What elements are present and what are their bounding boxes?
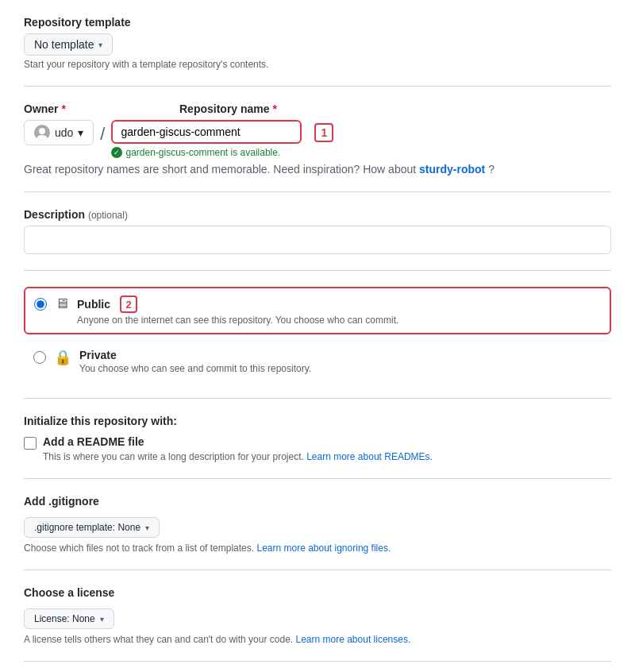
gitignore-label: Add .gitignore — [24, 495, 611, 508]
private-desc: You choose who can see and commit to thi… — [79, 363, 311, 374]
license-label: Choose a license — [24, 586, 611, 599]
license-section: Choose a license License: None ▾ A licen… — [24, 586, 611, 645]
divider-3 — [24, 270, 611, 271]
gitignore-section: Add .gitignore .gitignore template: None… — [24, 495, 611, 554]
check-circle-icon: ✓ — [111, 147, 122, 158]
readme-desc: This is where you can write a long descr… — [43, 451, 433, 462]
divider-7 — [24, 661, 611, 662]
private-option[interactable]: 🔒 Private You choose who can see and com… — [24, 341, 611, 382]
owner-col-label: Owner * — [24, 102, 66, 115]
readme-checkbox[interactable] — [24, 437, 37, 450]
public-desc: Anyone on the internet can see this repo… — [77, 315, 398, 326]
repo-name-input[interactable] — [111, 120, 302, 144]
availability-message: ✓ garden-giscus-comment is available. — [111, 147, 302, 158]
public-radio[interactable] — [34, 298, 47, 311]
repository-template-label: Repository template — [24, 16, 611, 29]
private-radio[interactable] — [33, 351, 46, 364]
divider-4 — [24, 398, 611, 399]
public-label: Public — [77, 298, 110, 311]
divider-5 — [24, 478, 611, 479]
owner-chevron-icon: ▾ — [78, 126, 83, 139]
svg-point-1 — [39, 128, 45, 134]
lock-icon: 🔒 — [54, 349, 71, 366]
inspiration-text: Great repository names are short and mem… — [24, 163, 611, 176]
template-dropdown[interactable]: No template ▾ — [24, 33, 113, 56]
license-dropdown-label: License: None — [34, 613, 95, 624]
owner-username: udo — [55, 126, 73, 139]
license-link[interactable]: Learn more about licenses. — [296, 634, 411, 645]
template-dropdown-label: No template — [34, 38, 94, 51]
private-option-content: Private You choose who can see and commi… — [79, 349, 311, 374]
license-help: A license tells others what they can and… — [24, 634, 611, 645]
repository-template-section: Repository template No template ▾ Start … — [24, 16, 611, 70]
owner-select[interactable]: udo ▾ — [24, 120, 94, 145]
owner-col-label-wrap: Owner * — [24, 102, 151, 115]
avatar — [34, 125, 50, 141]
public-option-content: Public 2 Anyone on the internet can see … — [77, 295, 398, 326]
gitignore-help: Choose which files not to track from a l… — [24, 543, 611, 554]
repo-required: * — [272, 102, 276, 115]
chevron-down-icon: ▾ — [98, 41, 102, 49]
step-badge-2: 2 — [120, 295, 137, 313]
description-input[interactable] — [24, 226, 611, 254]
owner-required: * — [61, 102, 65, 115]
readme-label: Add a README file — [43, 435, 433, 448]
gitignore-dropdown[interactable]: .gitignore template: None ▾ — [24, 517, 160, 538]
description-section: Description (optional) — [24, 208, 611, 254]
step-badge-1: 1 — [314, 123, 333, 142]
gitignore-dropdown-label: .gitignore template: None — [34, 522, 140, 533]
description-label: Description (optional) — [24, 208, 611, 221]
monitor-icon: 🖥 — [55, 295, 69, 312]
divider-1 — [24, 86, 611, 87]
repo-col-label-wrap: Repository name * — [179, 102, 611, 115]
license-dropdown[interactable]: License: None ▾ — [24, 608, 114, 629]
initialize-label: Initialize this repository with: — [24, 415, 611, 427]
divider-6 — [24, 570, 611, 570]
license-chevron-icon: ▾ — [100, 615, 104, 624]
divider-2 — [24, 191, 611, 192]
inspiration-link[interactable]: sturdy-robot — [419, 163, 485, 176]
gitignore-chevron-icon: ▾ — [145, 523, 149, 532]
owner-repo-row: udo ▾ / ✓ garden-giscus-comment is avail… — [24, 120, 611, 158]
owner-repo-labels: Owner * Repository name * — [24, 102, 611, 115]
public-option[interactable]: 🖥 Public 2 Anyone on the internet can se… — [24, 287, 611, 334]
description-optional: (optional) — [88, 210, 128, 221]
readme-row: Add a README file This is where you can … — [24, 435, 611, 462]
repo-col-label: Repository name * — [179, 102, 277, 115]
readme-content: Add a README file This is where you can … — [43, 435, 433, 462]
owner-repo-section: Owner * Repository name * udo ▾ / — [24, 102, 611, 176]
gitignore-link[interactable]: Learn more about ignoring files. — [256, 543, 391, 554]
initialize-section: Initialize this repository with: Add a R… — [24, 415, 611, 462]
visibility-section: 🖥 Public 2 Anyone on the internet can se… — [24, 287, 611, 382]
repo-name-input-wrap: ✓ garden-giscus-comment is available. — [111, 120, 302, 158]
private-label: Private — [79, 349, 117, 361]
readme-link[interactable]: Learn more about READMEs. — [306, 451, 433, 462]
repo-name-field-wrap: ✓ garden-giscus-comment is available. 1 — [111, 120, 333, 158]
template-help-text: Start your repository with a template re… — [24, 59, 611, 70]
separator: / — [100, 120, 105, 147]
